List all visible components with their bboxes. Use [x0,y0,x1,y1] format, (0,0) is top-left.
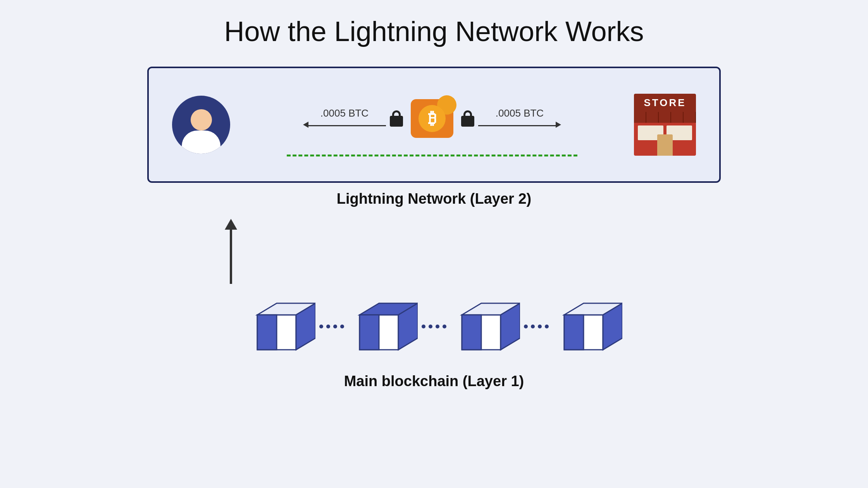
dot [422,325,425,328]
up-arrow-head [225,219,237,230]
avatar-head [191,109,212,131]
svg-marker-7 [360,315,379,350]
dot-line-3 [524,325,549,328]
svg-marker-3 [257,315,277,350]
dashed-green-line [287,155,577,156]
store-facade [634,112,696,156]
dot [333,325,337,328]
block-2 [348,292,418,361]
dot [340,325,344,328]
dot-line-2 [422,325,446,328]
svg-marker-15 [564,315,584,350]
person-avatar [172,96,230,154]
arrows-row: .0005 BTC ₿ [230,93,634,144]
lock-body-left [390,116,403,127]
dot [524,325,528,328]
awning-stripe-1 [634,112,646,123]
up-arrow [225,219,237,284]
left-arrow-group: .0005 BTC [303,107,386,129]
bitcoin-coin: ₿ [418,105,446,132]
cube-svg-1 [246,292,315,361]
up-arrow-container [147,219,721,284]
block-3 [450,292,520,361]
left-arrowhead [303,122,308,129]
dot [443,325,446,328]
dot [326,325,330,328]
middle-section: .0005 BTC ₿ [230,93,634,156]
dot [531,325,535,328]
awning-stripe-3 [659,112,671,123]
dot-line-1 [319,325,344,328]
store-container: STORE [634,94,696,156]
svg-marker-11 [462,315,481,350]
cube-svg-2 [348,292,418,361]
page-title: How the Lightning Network Works [224,15,644,47]
awning-stripe-5 [684,112,696,123]
left-lock-icon [390,110,403,127]
cube-svg-3 [450,292,520,361]
store-building: STORE [634,94,696,156]
lock-body-right [461,116,474,127]
store-sign: STORE [634,94,696,112]
right-arrowhead [556,122,561,129]
store-awning [634,112,696,123]
blocks-row [246,292,622,361]
blockchain-label: Main blockchain (Layer 1) [344,373,524,390]
right-arrow-line [478,125,556,126]
avatar-body [182,109,220,154]
dot [319,325,323,328]
cube-svg-4 [553,292,622,361]
blockchain-section: Main blockchain (Layer 1) [246,292,622,390]
bitcoin-wallet: ₿ [407,93,457,144]
right-lock-icon [461,110,474,127]
dot [436,325,439,328]
block-4 [553,292,622,361]
wallet-bg: ₿ [411,99,453,138]
up-arrow-shaft [230,230,232,284]
left-double-arrow [303,122,386,129]
dot [538,325,542,328]
dot [545,325,549,328]
dot [429,325,432,328]
avatar-torso [182,131,220,154]
lightning-network-label: Lightning Network (Layer 2) [337,191,531,207]
left-arrow-line [308,125,386,126]
right-btc-label: .0005 BTC [496,107,544,119]
store-door [657,134,673,156]
lightning-network-box: .0005 BTC ₿ [147,67,721,183]
awning-stripe-2 [646,112,659,123]
left-btc-label: .0005 BTC [320,107,369,119]
right-double-arrow [478,122,561,129]
right-arrow-group: .0005 BTC [478,107,561,129]
block-1 [246,292,315,361]
awning-stripe-4 [671,112,684,123]
